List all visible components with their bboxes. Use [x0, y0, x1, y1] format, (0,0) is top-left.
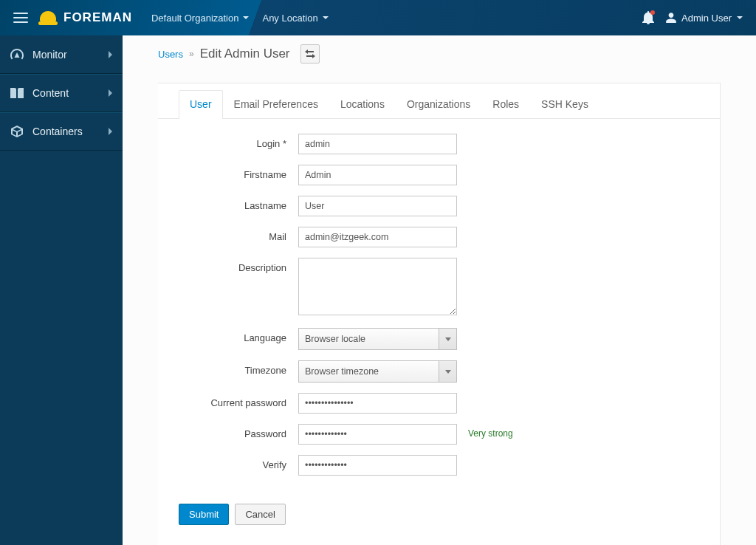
mail-label: Mail	[188, 227, 298, 242]
user-menu[interactable]: Admin User	[666, 13, 743, 24]
chevron-down-icon	[737, 16, 743, 19]
book-icon	[10, 88, 24, 98]
row-current-password: Current password	[188, 393, 660, 414]
timezone-label: Timezone	[188, 360, 298, 376]
sidebar-item-content[interactable]: Content	[0, 74, 123, 112]
breadcrumb-parent-link[interactable]: Users	[158, 49, 183, 60]
row-firstname: Firstname	[188, 165, 660, 185]
switch-button[interactable]	[300, 44, 320, 64]
sidebar-item-monitor[interactable]: Monitor	[0, 35, 123, 74]
verify-input[interactable]	[298, 455, 457, 476]
row-timezone: Timezone Browser timezone	[188, 360, 660, 383]
tab-roles[interactable]: Roles	[481, 90, 530, 119]
login-label: Login *	[188, 134, 298, 149]
password-label: Password	[188, 424, 298, 439]
row-description: Description	[188, 258, 660, 318]
row-verify: Verify	[188, 455, 660, 476]
description-textarea[interactable]	[298, 258, 457, 315]
current-password-input[interactable]	[298, 393, 457, 414]
password-strength-text: Very strong	[468, 428, 513, 439]
location-selector[interactable]: Any Location	[262, 13, 328, 24]
chevron-right-icon	[109, 128, 112, 135]
timezone-select-value: Browser timezone	[305, 366, 379, 377]
caret-down-icon	[445, 337, 451, 341]
tab-organizations[interactable]: Organizations	[396, 90, 481, 119]
firstname-label: Firstname	[188, 165, 298, 180]
location-selector-label: Any Location	[262, 13, 317, 24]
notifications-button[interactable]	[642, 11, 654, 24]
chevron-down-icon	[243, 16, 249, 19]
hamburger-button[interactable]	[6, 0, 35, 35]
chevron-right-icon	[109, 89, 112, 97]
firstname-input[interactable]	[298, 165, 457, 185]
brand-text: FOREMAN	[63, 10, 132, 25]
form-card: User Email Preferences Locations Organiz…	[158, 83, 721, 545]
user-form: Login * Firstname Lastname Mail Descript…	[158, 119, 690, 489]
timezone-select[interactable]: Browser timezone	[298, 360, 457, 383]
chevron-right-icon	[109, 51, 112, 58]
mail-input[interactable]	[298, 227, 457, 247]
sidebar: Monitor Content Containers	[0, 35, 123, 545]
cancel-button[interactable]: Cancel	[235, 504, 285, 525]
swap-icon	[305, 49, 315, 58]
brand-logo[interactable]: FOREMAN	[35, 10, 138, 25]
form-actions: Submit Cancel	[158, 489, 720, 525]
user-icon	[666, 13, 676, 23]
sidebar-item-label: Containers	[32, 126, 83, 137]
org-selector[interactable]: Default Organization	[151, 13, 250, 24]
breadcrumb: Users » Edit Admin User	[123, 35, 756, 68]
language-select[interactable]: Browser locale	[298, 328, 457, 350]
lastname-input[interactable]	[298, 196, 457, 216]
tab-locations[interactable]: Locations	[329, 90, 396, 119]
row-mail: Mail	[188, 227, 660, 247]
cube-icon	[10, 126, 24, 137]
notification-dot	[650, 10, 655, 15]
main: Users » Edit Admin User User Email Prefe…	[123, 35, 756, 545]
row-lastname: Lastname	[188, 196, 660, 216]
dropdown-button	[439, 329, 456, 349]
language-label: Language	[188, 328, 298, 343]
sidebar-item-containers[interactable]: Containers	[0, 112, 123, 151]
tab-user[interactable]: User	[179, 90, 223, 119]
login-input[interactable]	[298, 134, 457, 154]
page-title: Edit Admin User	[200, 47, 290, 61]
description-label: Description	[188, 258, 298, 273]
topbar: FOREMAN Default Organization Any Locatio…	[0, 0, 756, 35]
row-login: Login *	[188, 134, 660, 154]
topbar-right: Admin User	[642, 11, 750, 24]
dashboard-icon	[10, 49, 24, 61]
current-password-label: Current password	[188, 393, 298, 408]
breadcrumb-separator: »	[189, 49, 194, 59]
verify-label: Verify	[188, 455, 298, 470]
caret-down-icon	[445, 370, 451, 374]
user-menu-label: Admin User	[681, 13, 732, 24]
language-select-value: Browser locale	[305, 334, 365, 344]
helmet-icon	[38, 10, 58, 25]
chevron-down-icon	[323, 16, 329, 19]
row-password: Password Very strong	[188, 424, 660, 445]
row-language: Language Browser locale	[188, 328, 660, 350]
tab-ssh-keys[interactable]: SSH Keys	[530, 90, 599, 119]
lastname-label: Lastname	[188, 196, 298, 211]
tabs: User Email Preferences Locations Organiz…	[158, 83, 720, 119]
submit-button[interactable]: Submit	[179, 504, 229, 525]
password-input[interactable]	[298, 424, 457, 445]
dropdown-button	[439, 361, 456, 382]
sidebar-item-label: Content	[32, 87, 69, 99]
sidebar-item-label: Monitor	[32, 49, 67, 61]
org-selector-label: Default Organization	[151, 13, 239, 24]
tab-email-preferences[interactable]: Email Preferences	[223, 90, 329, 119]
